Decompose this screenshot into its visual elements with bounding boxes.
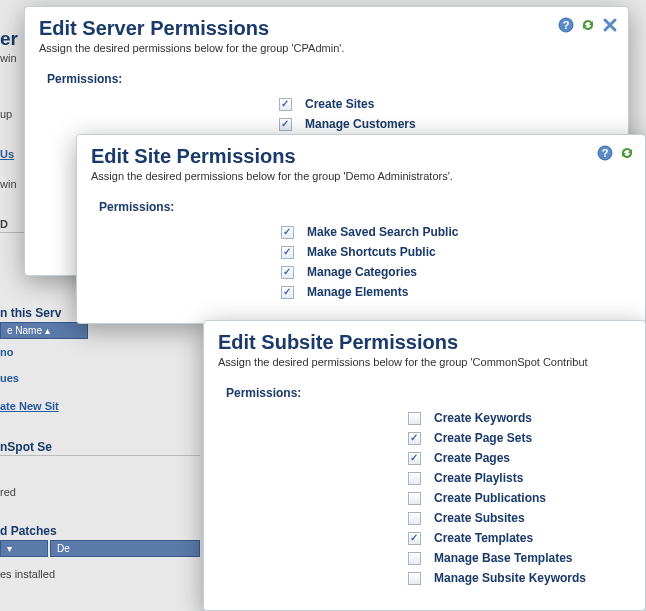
permissions-label: Permissions:	[204, 378, 645, 408]
permission-label: Manage Base Templates	[424, 551, 573, 565]
permission-label: Manage Subsite Keywords	[424, 571, 586, 585]
permission-row: Create Keywords	[404, 408, 645, 428]
permissions-list: Create Keywords✓Create Page Sets✓Create …	[204, 408, 645, 588]
permission-row: ✓Make Shortcuts Public	[277, 242, 645, 262]
dialog-subtitle: Assign the desired permissions below for…	[204, 356, 645, 378]
permission-label: Create Subsites	[424, 511, 525, 525]
bg-fragment-title: er	[0, 28, 18, 50]
dialog-subtitle: Assign the desired permissions below for…	[77, 170, 645, 192]
permission-checkbox[interactable]: ✓	[281, 286, 294, 299]
permission-checkbox[interactable]: ✓	[279, 118, 292, 131]
permission-label: Make Shortcuts Public	[297, 245, 436, 259]
permission-row: ✓Create Sites	[275, 94, 628, 114]
permission-label: Create Publications	[424, 491, 546, 505]
permission-label: Create Page Sets	[424, 431, 532, 445]
sort-icon: ▴	[45, 325, 50, 336]
dialog-title: Edit Server Permissions	[25, 7, 628, 42]
help-icon[interactable]: ?	[558, 17, 574, 33]
permission-row: ✓Manage Elements	[277, 282, 645, 302]
close-icon[interactable]	[602, 17, 618, 33]
permission-checkbox[interactable]	[408, 492, 421, 505]
edit-subsite-permissions-dialog: Edit Subsite Permissions Assign the desi…	[203, 320, 646, 611]
permission-label: Manage Customers	[295, 117, 416, 131]
permission-checkbox[interactable]	[408, 552, 421, 565]
permission-row: Manage Subsite Keywords	[404, 568, 645, 588]
bg-table-header-label: e Name	[7, 325, 42, 336]
permission-checkbox[interactable]: ✓	[281, 266, 294, 279]
bg-fragment: es installed	[0, 568, 55, 580]
permissions-list: ✓Create Sites✓Manage Customers	[25, 94, 628, 134]
permission-row: ✓Create Pages	[404, 448, 645, 468]
permission-label: Manage Elements	[297, 285, 408, 299]
permission-row: Manage Base Templates	[404, 548, 645, 568]
bg-fragment: D	[0, 218, 8, 230]
refresh-icon[interactable]	[580, 17, 596, 33]
bg-section-heading: d Patches	[0, 524, 57, 538]
permissions-label: Permissions:	[77, 192, 645, 222]
dialog-controls: ?	[597, 145, 635, 161]
svg-text:?: ?	[602, 147, 609, 159]
bg-fragment-link[interactable]: ate New Sit	[0, 400, 59, 412]
svg-text:?: ?	[563, 19, 570, 31]
permission-checkbox[interactable]: ✓	[408, 432, 421, 445]
bg-table-header[interactable]: e Name ▴	[0, 322, 88, 339]
bg-section-heading: n this Serv	[0, 306, 61, 320]
permission-label: Create Keywords	[424, 411, 532, 425]
permission-checkbox[interactable]: ✓	[281, 246, 294, 259]
permission-checkbox[interactable]: ✓	[279, 98, 292, 111]
permission-label: Create Pages	[424, 451, 510, 465]
refresh-icon[interactable]	[619, 145, 635, 161]
permission-row: ✓Create Page Sets	[404, 428, 645, 448]
sort-icon: ▾	[7, 543, 12, 554]
dialog-title: Edit Subsite Permissions	[204, 321, 645, 356]
bg-table-header[interactable]: De	[50, 540, 200, 557]
permission-checkbox[interactable]	[408, 412, 421, 425]
bg-fragment: up	[0, 108, 12, 120]
permission-checkbox[interactable]: ✓	[408, 532, 421, 545]
permission-label: Create Sites	[295, 97, 374, 111]
permission-label: Create Templates	[424, 531, 533, 545]
permission-checkbox[interactable]	[408, 472, 421, 485]
permission-checkbox[interactable]	[408, 572, 421, 585]
bg-fragment: win	[0, 52, 17, 64]
bg-fragment-link[interactable]: Us	[0, 148, 14, 160]
dialog-controls: ?	[558, 17, 618, 33]
bg-fragment-link[interactable]: ues	[0, 372, 19, 384]
permission-row: Create Publications	[404, 488, 645, 508]
permission-checkbox[interactable]: ✓	[408, 452, 421, 465]
permission-label: Create Playlists	[424, 471, 523, 485]
bg-table-header[interactable]: ▾	[0, 540, 48, 557]
edit-site-permissions-dialog: ? Edit Site Permissions Assign the desir…	[76, 134, 646, 324]
bg-divider	[0, 455, 200, 456]
permission-checkbox[interactable]: ✓	[281, 226, 294, 239]
permission-label: Make Saved Search Public	[297, 225, 458, 239]
permission-checkbox[interactable]	[408, 512, 421, 525]
help-icon[interactable]: ?	[597, 145, 613, 161]
permission-row: Create Playlists	[404, 468, 645, 488]
permissions-list: ✓Make Saved Search Public✓Make Shortcuts…	[77, 222, 645, 302]
permissions-label: Permissions:	[25, 64, 628, 94]
permission-row: ✓Make Saved Search Public	[277, 222, 645, 242]
permission-label: Manage Categories	[297, 265, 417, 279]
bg-fragment-link[interactable]: no	[0, 346, 13, 358]
bg-fragment: win	[0, 178, 17, 190]
permission-row: ✓Create Templates	[404, 528, 645, 548]
dialog-title: Edit Site Permissions	[77, 135, 645, 170]
bg-section-heading: nSpot Se	[0, 440, 52, 454]
permission-row: ✓Manage Customers	[275, 114, 628, 134]
permission-row: Create Subsites	[404, 508, 645, 528]
permission-row: ✓Manage Categories	[277, 262, 645, 282]
dialog-subtitle: Assign the desired permissions below for…	[25, 42, 628, 64]
bg-fragment: red	[0, 486, 16, 498]
